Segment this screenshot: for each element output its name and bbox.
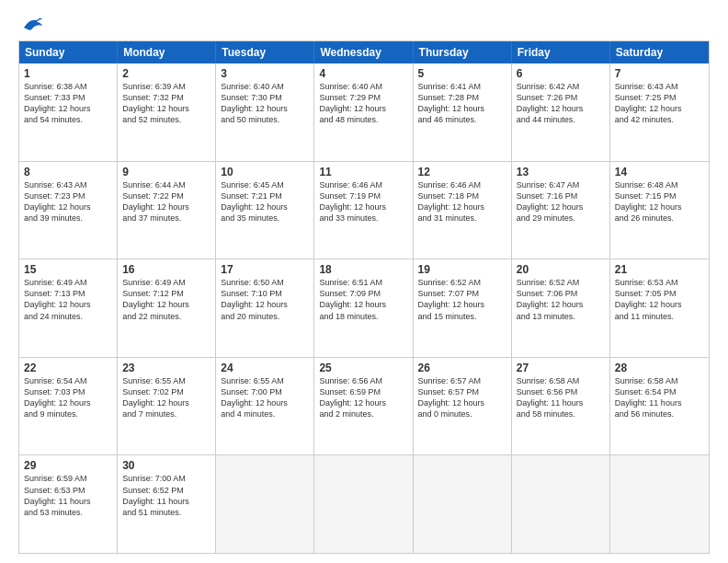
day-number: 7 — [615, 67, 704, 80]
calendar-header: SundayMondayTuesdayWednesdayThursdayFrid… — [19, 41, 709, 63]
calendar-cell: 27Sunrise: 6:58 AMSunset: 6:56 PMDayligh… — [512, 358, 610, 455]
day-info: Sunrise: 6:46 AMSunset: 7:19 PMDaylight:… — [319, 179, 407, 224]
day-number: 2 — [122, 67, 210, 80]
day-number: 4 — [319, 67, 407, 80]
day-number: 1 — [24, 67, 112, 80]
calendar-row: 1Sunrise: 6:38 AMSunset: 7:33 PMDaylight… — [19, 63, 709, 162]
day-number: 12 — [418, 166, 506, 178]
day-info: Sunrise: 6:58 AMSunset: 6:56 PMDaylight:… — [517, 375, 605, 420]
day-info: Sunrise: 6:40 AMSunset: 7:30 PMDaylight:… — [221, 81, 309, 126]
day-number: 11 — [319, 166, 407, 178]
day-number: 5 — [418, 67, 506, 80]
calendar-cell: 23Sunrise: 6:55 AMSunset: 7:02 PMDayligh… — [118, 358, 216, 455]
day-number: 28 — [615, 362, 704, 374]
day-number: 16 — [122, 263, 210, 276]
calendar-cell: 7Sunrise: 6:43 AMSunset: 7:25 PMDaylight… — [610, 63, 709, 161]
calendar-cell: 1Sunrise: 6:38 AMSunset: 7:33 PMDaylight… — [19, 63, 118, 161]
calendar-cell: 17Sunrise: 6:50 AMSunset: 7:10 PMDayligh… — [216, 259, 314, 357]
day-number: 26 — [418, 362, 506, 374]
day-number: 23 — [122, 362, 210, 374]
calendar-cell: 5Sunrise: 6:41 AMSunset: 7:28 PMDaylight… — [414, 63, 512, 161]
calendar-header-day: Wednesday — [314, 41, 413, 63]
logo — [18, 15, 46, 33]
calendar-cell: 22Sunrise: 6:54 AMSunset: 7:03 PMDayligh… — [19, 358, 118, 455]
day-number: 6 — [517, 67, 605, 80]
day-number: 13 — [517, 166, 605, 178]
day-info: Sunrise: 6:40 AMSunset: 7:29 PMDaylight:… — [319, 81, 407, 126]
day-info: Sunrise: 6:41 AMSunset: 7:28 PMDaylight:… — [418, 81, 506, 126]
header — [18, 15, 710, 33]
day-info: Sunrise: 6:38 AMSunset: 7:33 PMDaylight:… — [24, 81, 112, 126]
day-number: 19 — [418, 263, 506, 276]
day-number: 22 — [24, 362, 112, 374]
day-number: 27 — [517, 362, 605, 374]
calendar-cell: 8Sunrise: 6:43 AMSunset: 7:23 PMDaylight… — [19, 162, 118, 259]
day-info: Sunrise: 6:43 AMSunset: 7:25 PMDaylight:… — [615, 81, 704, 126]
calendar-header-day: Tuesday — [216, 41, 314, 63]
calendar-header-day: Monday — [118, 41, 216, 63]
day-info: Sunrise: 6:55 AMSunset: 7:00 PMDaylight:… — [221, 375, 309, 420]
day-info: Sunrise: 6:58 AMSunset: 6:54 PMDaylight:… — [615, 375, 704, 420]
calendar-cell: 21Sunrise: 6:53 AMSunset: 7:05 PMDayligh… — [610, 259, 709, 357]
day-info: Sunrise: 6:45 AMSunset: 7:21 PMDaylight:… — [221, 179, 309, 224]
calendar-cell: 18Sunrise: 6:51 AMSunset: 7:09 PMDayligh… — [314, 259, 413, 357]
day-number: 25 — [319, 362, 407, 374]
day-info: Sunrise: 6:39 AMSunset: 7:32 PMDaylight:… — [122, 81, 210, 126]
day-number: 14 — [615, 166, 704, 178]
calendar-cell — [414, 455, 512, 553]
calendar-cell: 26Sunrise: 6:57 AMSunset: 6:57 PMDayligh… — [414, 358, 512, 455]
calendar-cell: 6Sunrise: 6:42 AMSunset: 7:26 PMDaylight… — [512, 63, 610, 161]
day-info: Sunrise: 6:57 AMSunset: 6:57 PMDaylight:… — [418, 375, 506, 420]
calendar-cell: 12Sunrise: 6:46 AMSunset: 7:18 PMDayligh… — [414, 162, 512, 259]
day-info: Sunrise: 6:47 AMSunset: 7:16 PMDaylight:… — [517, 179, 605, 224]
calendar-cell: 14Sunrise: 6:48 AMSunset: 7:15 PMDayligh… — [610, 162, 709, 259]
calendar-header-day: Saturday — [610, 41, 709, 63]
calendar-cell: 3Sunrise: 6:40 AMSunset: 7:30 PMDaylight… — [216, 63, 314, 161]
calendar-cell: 13Sunrise: 6:47 AMSunset: 7:16 PMDayligh… — [512, 162, 610, 259]
day-info: Sunrise: 6:56 AMSunset: 6:59 PMDaylight:… — [319, 375, 407, 420]
calendar-cell: 11Sunrise: 6:46 AMSunset: 7:19 PMDayligh… — [314, 162, 413, 259]
calendar-cell: 20Sunrise: 6:52 AMSunset: 7:06 PMDayligh… — [512, 259, 610, 357]
day-info: Sunrise: 6:49 AMSunset: 7:13 PMDaylight:… — [24, 277, 112, 322]
calendar-header-day: Sunday — [19, 41, 118, 63]
logo-bird-icon — [22, 15, 44, 33]
day-number: 29 — [24, 459, 112, 472]
day-number: 18 — [319, 263, 407, 276]
calendar-cell: 29Sunrise: 6:59 AMSunset: 6:53 PMDayligh… — [19, 455, 118, 553]
calendar-cell: 15Sunrise: 6:49 AMSunset: 7:13 PMDayligh… — [19, 259, 118, 357]
calendar-cell — [314, 455, 413, 553]
page: SundayMondayTuesdayWednesdayThursdayFrid… — [0, 0, 728, 563]
day-number: 21 — [615, 263, 704, 276]
calendar-cell: 16Sunrise: 6:49 AMSunset: 7:12 PMDayligh… — [118, 259, 216, 357]
day-number: 10 — [221, 166, 309, 178]
day-info: Sunrise: 6:54 AMSunset: 7:03 PMDaylight:… — [24, 375, 112, 420]
calendar-row: 8Sunrise: 6:43 AMSunset: 7:23 PMDaylight… — [19, 162, 709, 260]
calendar-cell: 24Sunrise: 6:55 AMSunset: 7:00 PMDayligh… — [216, 358, 314, 455]
day-info: Sunrise: 6:52 AMSunset: 7:07 PMDaylight:… — [418, 277, 506, 322]
calendar-cell: 28Sunrise: 6:58 AMSunset: 6:54 PMDayligh… — [610, 358, 709, 455]
calendar-row: 22Sunrise: 6:54 AMSunset: 7:03 PMDayligh… — [19, 358, 709, 456]
day-number: 20 — [517, 263, 605, 276]
day-info: Sunrise: 6:53 AMSunset: 7:05 PMDaylight:… — [615, 277, 704, 322]
calendar-row: 15Sunrise: 6:49 AMSunset: 7:13 PMDayligh… — [19, 259, 709, 358]
calendar: SundayMondayTuesdayWednesdayThursdayFrid… — [18, 40, 710, 554]
calendar-cell: 4Sunrise: 6:40 AMSunset: 7:29 PMDaylight… — [314, 63, 413, 161]
calendar-body: 1Sunrise: 6:38 AMSunset: 7:33 PMDaylight… — [19, 63, 709, 553]
calendar-cell: 30Sunrise: 7:00 AMSunset: 6:52 PMDayligh… — [118, 455, 216, 553]
calendar-cell — [512, 455, 610, 553]
day-info: Sunrise: 6:51 AMSunset: 7:09 PMDaylight:… — [319, 277, 407, 322]
day-number: 17 — [221, 263, 309, 276]
day-info: Sunrise: 7:00 AMSunset: 6:52 PMDaylight:… — [122, 473, 210, 518]
calendar-row: 29Sunrise: 6:59 AMSunset: 6:53 PMDayligh… — [19, 455, 709, 553]
calendar-header-day: Thursday — [414, 41, 512, 63]
day-info: Sunrise: 6:50 AMSunset: 7:10 PMDaylight:… — [221, 277, 309, 322]
day-info: Sunrise: 6:52 AMSunset: 7:06 PMDaylight:… — [517, 277, 605, 322]
day-info: Sunrise: 6:59 AMSunset: 6:53 PMDaylight:… — [24, 473, 112, 518]
day-info: Sunrise: 6:55 AMSunset: 7:02 PMDaylight:… — [122, 375, 210, 420]
day-info: Sunrise: 6:43 AMSunset: 7:23 PMDaylight:… — [24, 179, 112, 224]
calendar-cell — [610, 455, 709, 553]
calendar-header-day: Friday — [512, 41, 610, 63]
day-info: Sunrise: 6:42 AMSunset: 7:26 PMDaylight:… — [517, 81, 605, 126]
calendar-cell: 25Sunrise: 6:56 AMSunset: 6:59 PMDayligh… — [314, 358, 413, 455]
day-number: 24 — [221, 362, 309, 374]
